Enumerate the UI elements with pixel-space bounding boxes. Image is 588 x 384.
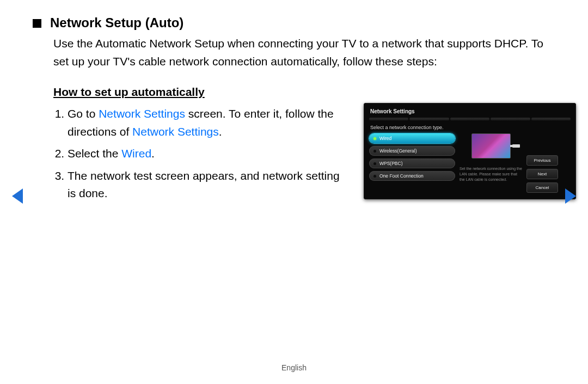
- network-settings-dialog: Network Settings Select a network connec…: [364, 103, 576, 199]
- connection-type-list: Wired Wireless(General) WPS(PBC) On: [369, 133, 455, 193]
- section-marker: [33, 19, 41, 28]
- step-1: Go to Network Settings screen. To enter …: [68, 105, 347, 141]
- cancel-button[interactable]: Cancel: [526, 182, 558, 193]
- section-title: Network Setup (Auto): [50, 15, 183, 31]
- step-3: The network test screen appears, and net…: [68, 167, 347, 203]
- radio-dot-icon: [373, 150, 376, 153]
- link-wired: Wired: [121, 147, 151, 160]
- radio-dot-icon: [373, 175, 376, 178]
- dialog-title: Network Settings: [369, 107, 571, 118]
- option-wireless-general[interactable]: Wireless(General): [369, 146, 455, 156]
- step-2: Select the Wired.: [68, 145, 347, 163]
- lan-cable-icon: [512, 144, 520, 148]
- option-wired[interactable]: Wired: [369, 133, 455, 143]
- footer-language: English: [0, 363, 588, 372]
- dialog-help-text: Set the network connection using the LAN…: [460, 166, 522, 182]
- radio-dot-icon: [373, 137, 376, 140]
- option-wps-pbc[interactable]: WPS(PBC): [369, 159, 455, 168]
- subheading: How to set up automatically: [53, 86, 555, 99]
- link-network-settings-1: Network Settings: [99, 107, 185, 120]
- option-one-foot-connection[interactable]: One Foot Connection: [369, 171, 455, 181]
- intro-paragraph: Use the Automatic Network Setup when con…: [53, 35, 555, 70]
- dialog-tab-strip: [369, 118, 571, 120]
- nav-next-arrow-icon[interactable]: [565, 188, 576, 204]
- radio-dot-icon: [373, 162, 376, 165]
- nav-prev-arrow-icon[interactable]: [12, 188, 23, 204]
- link-network-settings-2: Network Settings: [132, 125, 219, 138]
- previous-button[interactable]: Previous: [526, 155, 558, 166]
- dialog-prompt: Select a network connection type.: [370, 125, 571, 130]
- next-button[interactable]: Next: [526, 169, 558, 179]
- tv-preview-icon: [471, 133, 511, 159]
